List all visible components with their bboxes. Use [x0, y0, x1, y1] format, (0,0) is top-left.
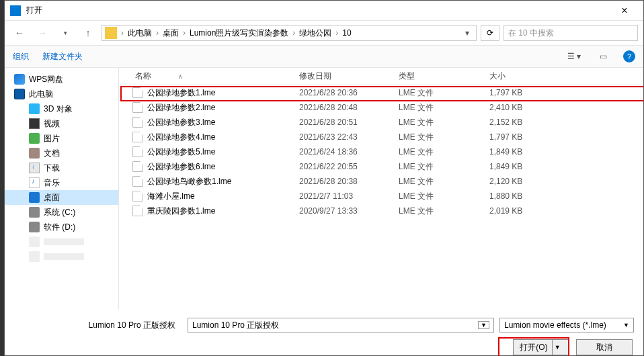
sidebar-item-label: 桌面 [44, 192, 60, 204]
breadcrumb[interactable]: ›此电脑›桌面›Lumion照片级写实渲染参数›绿地公园›10▾ [102, 25, 477, 41]
col-name[interactable]: 名称 ∧ [119, 71, 294, 82]
drive-icon [29, 222, 40, 232]
open-dropdown-icon[interactable]: ▼ [552, 340, 563, 355]
file-name: 公园绿地参数5.lme [147, 146, 294, 158]
file-name: 公园绿地参数2.lme [147, 102, 294, 114]
preview-pane-button[interactable]: ▭ [597, 50, 610, 62]
new-folder-button[interactable]: 新建文件夹 [42, 51, 83, 62]
file-icon [132, 146, 143, 157]
file-icon [132, 117, 143, 128]
sidebar-item[interactable]: 3D 对象 [5, 101, 118, 116]
blurred-icon [29, 251, 40, 262]
breadcrumb-item[interactable]: Lumion照片级写实渲染参数 [187, 28, 291, 39]
filename-dropdown-icon[interactable]: ▼ [478, 321, 489, 329]
sidebar-item-label: 音乐 [44, 177, 60, 189]
breadcrumb-item[interactable]: 10 [339, 28, 354, 38]
doc-icon [29, 148, 40, 159]
column-headers: 名称 ∧ 修改日期 类型 大小 [119, 68, 643, 85]
sidebar-item[interactable]: 视频 [5, 116, 118, 131]
sidebar-item[interactable]: 下载 [5, 161, 118, 175]
file-row[interactable]: 重庆陵园参数1.lme2020/9/27 13:33LME 文件2,019 KB [119, 204, 643, 218]
filetype-dropdown-icon[interactable]: ▼ [623, 322, 629, 328]
file-type-filter[interactable]: Lumion movie effects (*.lme) ▼ [499, 318, 634, 332]
file-size: 1,880 KB [484, 191, 565, 201]
file-size: 1,849 KB [484, 147, 565, 157]
sidebar-item-label: 系统 (C:) [44, 207, 75, 218]
filename-input[interactable]: Lumion 10 Pro 正版授权 ▼ [188, 318, 494, 332]
file-type: LME 文件 [393, 132, 484, 143]
body: WPS网盘此电脑3D 对象视频图片文档下载音乐桌面系统 (C:)软件 (D:) … [5, 68, 643, 310]
breadcrumb-separator-icon: › [291, 28, 296, 38]
file-icon [132, 161, 143, 172]
file-row[interactable]: 公园绿地参数4.lme2021/6/23 22:43LME 文件1,797 KB [119, 130, 643, 144]
breadcrumb-item[interactable]: 绿地公园 [296, 28, 334, 39]
file-type: LME 文件 [393, 87, 484, 99]
help-button[interactable]: ? [623, 50, 635, 62]
file-row[interactable]: 公园绿地参数6.lme2021/6/22 20:55LME 文件1,849 KB [119, 159, 643, 174]
breadcrumb-item[interactable]: 此电脑 [125, 28, 155, 39]
file-type: LME 文件 [393, 176, 484, 187]
sidebar-item[interactable]: 系统 (C:) [5, 205, 118, 220]
col-date[interactable]: 修改日期 [294, 71, 393, 82]
file-date: 2021/2/7 11:03 [294, 191, 393, 201]
breadcrumb-item[interactable]: 桌面 [160, 28, 182, 39]
file-size: 2,410 KB [484, 103, 565, 112]
file-name: 公园绿地参数4.lme [147, 132, 294, 143]
file-name: 公园绿地参数6.lme [147, 161, 294, 173]
file-date: 2021/6/28 20:48 [294, 103, 393, 112]
breadcrumb-separator-icon: › [182, 28, 187, 38]
file-list: 名称 ∧ 修改日期 类型 大小 公园绿地参数1.lme2021/6/28 20:… [119, 68, 643, 310]
file-date: 2021/6/28 20:38 [294, 177, 393, 186]
desk-icon [29, 192, 40, 203]
file-size: 1,849 KB [484, 162, 565, 171]
sidebar-item[interactable]: 图片 [5, 131, 118, 146]
sidebar-item-label: 视频 [44, 118, 60, 130]
nav-bar: ← → ▾ ↑ ›此电脑›桌面›Lumion照片级写实渲染参数›绿地公园›10▾… [5, 21, 643, 45]
sidebar-item-label: 下载 [44, 163, 60, 174]
file-icon [132, 87, 143, 98]
sidebar-item-label: 此电脑 [29, 89, 53, 100]
close-button[interactable]: × [611, 5, 638, 17]
sidebar-item[interactable]: 桌面 [5, 190, 118, 205]
open-button[interactable]: 打开(O) ▼ [513, 339, 569, 355]
breadcrumb-separator-icon: › [334, 28, 339, 38]
blurred-icon [29, 236, 40, 247]
file-icon [132, 102, 143, 113]
up-button[interactable]: ↑ [79, 25, 97, 41]
breadcrumb-separator-icon: › [120, 28, 125, 38]
sidebar-item-blurred [5, 234, 118, 249]
file-row[interactable]: 公园绿地参数1.lme2021/6/28 20:36LME 文件1,797 KB [119, 85, 643, 100]
sidebar-item[interactable]: 音乐 [5, 175, 118, 190]
organize-button[interactable]: 组织 [13, 51, 29, 62]
col-type[interactable]: 类型 [393, 71, 484, 82]
file-row[interactable]: 公园绿地参数5.lme2021/6/24 18:36LME 文件1,849 KB [119, 144, 643, 159]
file-row[interactable]: 公园绿地参数3.lme2021/6/28 20:51LME 文件2,152 KB [119, 115, 643, 130]
footer: Lumion 10 Pro 正版授权 Lumion 10 Pro 正版授权 ▼ … [5, 310, 643, 356]
breadcrumb-dropdown-icon[interactable]: ▾ [461, 28, 473, 38]
folder-icon [105, 27, 117, 39]
cancel-button[interactable]: 取消 [576, 339, 633, 355]
file-type: LME 文件 [393, 191, 484, 202]
pc-icon [14, 89, 25, 99]
file-row[interactable]: 公园绿地鸟瞰参数1.lme2021/6/28 20:38LME 文件2,120 … [119, 174, 643, 189]
recent-dropdown[interactable]: ▾ [56, 25, 75, 41]
file-row[interactable]: 海滩小屋.lme2021/2/7 11:03LME 文件1,880 KB [119, 189, 643, 204]
refresh-button[interactable]: ⟳ [481, 25, 499, 41]
search-input[interactable]: 在 10 中搜索 [504, 25, 638, 41]
file-row[interactable]: 公园绿地参数2.lme2021/6/28 20:48LME 文件2,410 KB [119, 100, 643, 115]
sidebar-item[interactable]: 软件 (D:) [5, 220, 118, 234]
view-list-button[interactable]: ☰ ▾ [565, 50, 583, 62]
sidebar: WPS网盘此电脑3D 对象视频图片文档下载音乐桌面系统 (C:)软件 (D:) [5, 68, 119, 310]
pic-icon [29, 133, 40, 144]
sidebar-item[interactable]: WPS网盘 [5, 72, 118, 87]
sidebar-item[interactable]: 文档 [5, 146, 118, 161]
sidebar-item[interactable]: 此电脑 [5, 87, 118, 101]
col-size[interactable]: 大小 [484, 71, 565, 82]
file-name: 公园绿地参数3.lme [147, 117, 294, 128]
file-size: 2,152 KB [484, 118, 565, 127]
forward-button[interactable]: → [33, 25, 52, 41]
sort-indicator-icon: ∧ [178, 73, 183, 80]
back-button[interactable]: ← [10, 25, 29, 41]
search-placeholder: 在 10 中搜索 [508, 28, 554, 39]
file-type: LME 文件 [393, 161, 484, 173]
